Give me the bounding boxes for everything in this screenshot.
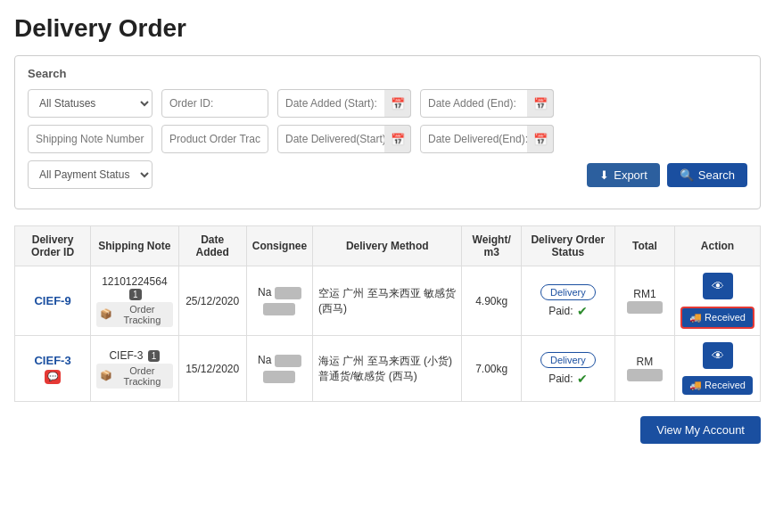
date-delivered-start-calendar-icon[interactable]: 📅: [384, 125, 411, 153]
action-cell-0: 👁 🚚 Received: [680, 273, 754, 329]
search-button[interactable]: 🔍 Search: [667, 163, 747, 187]
total-prefix-0: RM1: [633, 288, 655, 300]
col-total: Total: [614, 226, 674, 266]
status-delivery-badge-0[interactable]: Delivery: [540, 284, 596, 300]
col-delivery-status: Delivery Order Status: [521, 226, 614, 266]
order-tracking-badge-0[interactable]: 📦 Order Tracking: [96, 302, 172, 327]
export-button[interactable]: ⬇ Export: [587, 163, 660, 187]
search-icon: 🔍: [680, 168, 694, 182]
cell-delivery-method-1: 海运 广州 至马来西亚 (小货) 普通货/敏感货 (西马): [313, 336, 462, 402]
col-weight: Weight/ m3: [462, 226, 521, 266]
paid-check-1: ✔: [577, 372, 588, 386]
export-label: Export: [614, 168, 647, 182]
delivery-method-text-0: 空运 广州 至马来西亚 敏感货(西马): [318, 287, 456, 315]
total-blurred-1: [627, 369, 663, 381]
cell-date-added-0: 25/12/2020: [178, 266, 246, 336]
delivery-orders-table: Delivery Order ID Shipping Note Date Add…: [14, 225, 761, 402]
order-id-input[interactable]: [161, 89, 268, 118]
date-delivered-end-calendar-icon[interactable]: 📅: [527, 125, 554, 153]
cell-status-1: Delivery Paid: ✔: [521, 336, 614, 402]
date-start-wrap: 📅: [277, 89, 411, 118]
shipping-note-badge-1: 1: [148, 350, 161, 362]
date-delivered-end-wrap: 📅: [420, 125, 554, 153]
date-added-1: 15/12/2020: [186, 363, 239, 375]
col-shipping-note: Shipping Note: [91, 226, 178, 266]
col-consignee: Consignee: [246, 226, 312, 266]
download-icon: ⬇: [599, 168, 609, 182]
cell-weight-0: 4.90kg: [462, 266, 521, 336]
search-row-3: All Payment StatusPaidUnpaid ⬇ Export 🔍 …: [28, 160, 747, 189]
status-select[interactable]: All StatusesPendingProcessingDelivered: [28, 89, 153, 118]
paid-label-1: Paid:: [548, 372, 573, 385]
col-delivery-order-id: Delivery Order ID: [15, 226, 91, 266]
cell-shipping-note-1: CIEF-3 1 📦 Order Tracking: [91, 336, 178, 402]
cell-action-1: 👁 🚚 Received: [675, 336, 761, 402]
date-delivered-start-wrap: 📅: [277, 125, 411, 153]
paid-label-0: Paid:: [548, 305, 573, 317]
page-title: Delivery Order: [14, 14, 761, 43]
product-tracking-input[interactable]: [161, 125, 268, 153]
action-cell-1: 👁 🚚 Received: [680, 342, 754, 395]
delivery-method-text-1: 海运 广州 至马来西亚 (小货) 普通货/敏感货 (西马): [318, 355, 452, 382]
search-label: Search: [698, 168, 735, 182]
delivery-order-id-link-1[interactable]: CIEF-3: [34, 354, 70, 367]
cell-action-0: 👁 🚚 Received: [675, 266, 761, 336]
consignee-prefix-1: Na: [258, 354, 271, 366]
cell-delivery-method-0: 空运 广州 至马来西亚 敏感货(西马): [313, 266, 462, 336]
search-panel-title: Search: [28, 67, 747, 80]
view-order-button-1[interactable]: 👁: [703, 342, 733, 369]
total-blurred-0: [627, 301, 663, 314]
search-actions: ⬇ Export 🔍 Search: [587, 163, 747, 187]
col-date-added: Date Added: [178, 226, 246, 266]
consignee-blurred-0: [275, 287, 301, 299]
cell-consignee-0: Na: [246, 266, 312, 336]
shipping-note-text-1: CIEF-3: [109, 349, 143, 362]
table-header-row: Delivery Order ID Shipping Note Date Add…: [15, 226, 761, 266]
cell-delivery-order-id-0: CIEF-9: [15, 266, 91, 336]
shipping-note-text-0: 12101224564: [102, 275, 167, 288]
search-row-2: 📅 📅: [28, 125, 747, 153]
consignee-blurred2-0: [263, 303, 295, 315]
date-added-start-calendar-icon[interactable]: 📅: [384, 89, 411, 118]
view-my-account-button[interactable]: View My Account: [640, 416, 761, 444]
box-icon-1: 📦: [100, 370, 112, 381]
paid-check-0: ✔: [577, 304, 588, 318]
col-delivery-method: Delivery Method: [313, 226, 462, 266]
delivery-order-id-link-0[interactable]: CIEF-9: [34, 294, 70, 307]
cell-weight-1: 7.00kg: [462, 336, 521, 402]
date-end-wrap: 📅: [420, 89, 554, 118]
cell-date-added-1: 15/12/2020: [178, 336, 246, 402]
weight-text-0: 4.90kg: [475, 295, 507, 307]
received-button-1[interactable]: 🚚 Received: [682, 376, 753, 395]
total-prefix-1: RM: [637, 356, 654, 368]
box-icon-0: 📦: [100, 308, 112, 320]
status-delivery-badge-1[interactable]: Delivery: [540, 352, 596, 368]
search-row-1: All StatusesPendingProcessingDelivered 📅…: [28, 89, 747, 118]
table-row: CIEF-9 12101224564 1 📦 Order Tracking 25…: [15, 266, 761, 336]
cell-total-1: RM: [614, 336, 674, 402]
cell-total-0: RM1: [614, 266, 674, 336]
weight-text-1: 7.00kg: [475, 363, 507, 375]
date-added-0: 25/12/2020: [186, 295, 239, 307]
cell-shipping-note-0: 12101224564 1 📦 Order Tracking: [91, 266, 178, 336]
table-row: CIEF-3 💬 CIEF-3 1 📦 Order Tracking 15/12…: [15, 336, 761, 402]
cell-consignee-1: Na: [246, 336, 312, 402]
view-order-button-0[interactable]: 👁: [703, 273, 733, 299]
consignee-blurred-1: [275, 355, 301, 367]
date-added-end-calendar-icon[interactable]: 📅: [527, 89, 554, 118]
shipping-note-input[interactable]: [28, 125, 153, 153]
payment-status-select[interactable]: All Payment StatusPaidUnpaid: [28, 160, 153, 189]
consignee-prefix-0: Na: [258, 286, 271, 299]
chat-icon-1: 💬: [45, 370, 61, 384]
received-button-0[interactable]: 🚚 Received: [680, 307, 754, 329]
shipping-note-badge-0: 1: [129, 289, 142, 300]
order-tracking-badge-1[interactable]: 📦 Order Tracking: [96, 364, 172, 389]
search-panel: Search All StatusesPendingProcessingDeli…: [14, 55, 761, 209]
consignee-blurred2-1: [263, 371, 295, 383]
col-action: Action: [675, 226, 761, 266]
bottom-bar: View My Account: [14, 416, 761, 444]
cell-delivery-order-id-1: CIEF-3 💬: [15, 336, 91, 402]
cell-status-0: Delivery Paid: ✔: [521, 266, 614, 336]
